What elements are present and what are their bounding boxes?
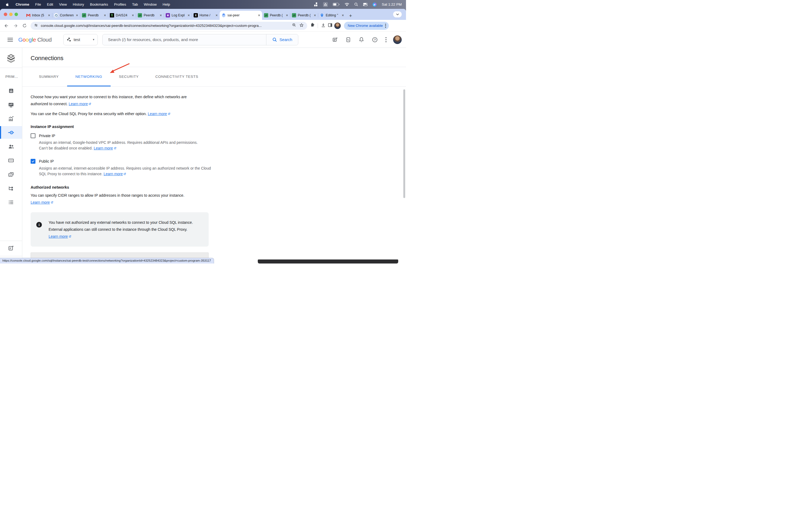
menubar-app-icon[interactable] [323, 2, 328, 7]
browser-menu-icon[interactable] [385, 24, 386, 28]
tab-close-icon[interactable]: × [104, 13, 106, 17]
status-url-bar: https://console.cloud.google.com/sql/ins… [0, 258, 214, 264]
help-icon[interactable]: ? [372, 37, 378, 43]
download-icon[interactable] [321, 22, 326, 29]
gcp-search-button[interactable]: Search [266, 37, 298, 42]
browser-tab-editing[interactable]: Editing " × [318, 11, 346, 20]
sidebar-item-query-insights[interactable] [0, 112, 22, 125]
public-ip-row: Public IP [31, 159, 406, 164]
menubar-app-chrome[interactable]: Chrome [13, 2, 32, 6]
gcp-search-input[interactable] [103, 37, 266, 42]
menubar-file[interactable]: File [32, 2, 44, 6]
sidebar-item-connections[interactable] [0, 126, 22, 139]
menubar-window[interactable]: Window [141, 2, 160, 6]
public-ip-checkbox[interactable] [31, 159, 35, 164]
browser-tab-conference[interactable]: Conferen × [52, 11, 80, 20]
stage-manager-icon[interactable] [314, 2, 318, 6]
project-picker[interactable]: test ▾ [63, 34, 98, 45]
url-text[interactable]: console.cloud.google.com/sql/instances/s… [41, 24, 289, 28]
account-avatar[interactable] [393, 35, 402, 44]
tab-close-icon[interactable]: × [314, 13, 316, 17]
tab-close-icon[interactable]: × [160, 13, 162, 17]
browser-tab-log-explorer[interactable]: Log Expl × [164, 11, 192, 20]
learn-more-link[interactable]: Learn more [31, 200, 54, 205]
cloud-shell-icon[interactable] [346, 37, 351, 43]
google-cloud-logo[interactable]: GoogleCloud [18, 36, 52, 43]
minimize-window-button[interactable] [9, 13, 13, 16]
tab-close-icon[interactable]: × [342, 13, 344, 17]
gcp-search-bar[interactable]: Search [102, 34, 298, 45]
browser-profile-avatar[interactable] [334, 22, 341, 29]
tab-close-icon[interactable]: × [258, 13, 260, 17]
zoom-icon[interactable] [292, 23, 296, 28]
browser-tab-x-home[interactable]: X Home / × [192, 11, 220, 20]
release-notes-icon[interactable] [332, 37, 338, 43]
apple-menu-icon[interactable] [5, 2, 10, 7]
site-settings-icon[interactable] [34, 23, 38, 28]
menubar-history[interactable]: History [70, 2, 87, 6]
learn-more-link[interactable]: Learn more [48, 234, 71, 239]
browser-tab-peerdb-4[interactable]: Peerdb ( × [290, 11, 318, 20]
tab-connectivity-tests[interactable]: CONNECTIVITY TESTS [147, 67, 207, 86]
battery-icon[interactable] [333, 3, 340, 6]
sidebar-item-databases[interactable] [0, 154, 22, 167]
new-tab-button[interactable]: + [346, 13, 355, 20]
browser-tab-active-cloud-sql[interactable]: sai-peer × [220, 11, 262, 20]
tab-close-icon[interactable]: × [132, 13, 134, 17]
tab-summary[interactable]: SUMMARY [31, 67, 67, 86]
menubar-edit[interactable]: Edit [44, 2, 56, 6]
side-panel-icon[interactable] [328, 22, 333, 29]
tab-close-icon[interactable]: × [76, 13, 78, 17]
sidebar-item-release-notes[interactable] [0, 242, 22, 254]
menubar-help[interactable]: Help [160, 2, 173, 6]
menubar-profiles[interactable]: Profiles [111, 2, 129, 6]
siri-icon[interactable] [373, 2, 377, 7]
close-window-button[interactable] [4, 13, 7, 16]
learn-more-link[interactable]: Learn more [94, 146, 117, 150]
learn-more-link[interactable]: Learn more [69, 102, 91, 106]
wifi-icon[interactable] [345, 3, 349, 6]
address-bar[interactable]: console.cloud.google.com/sql/instances/s… [31, 22, 307, 30]
browser-tab-peerdb-3[interactable]: Peerdb ( × [262, 11, 290, 20]
private-ip-checkbox[interactable] [31, 133, 35, 138]
zoom-window-button[interactable] [14, 13, 18, 16]
extensions-icon[interactable] [310, 22, 315, 29]
tab-close-icon[interactable]: × [48, 13, 50, 17]
forward-icon[interactable] [13, 23, 18, 28]
sidebar-item-backups[interactable] [0, 168, 22, 181]
tab-close-icon[interactable]: × [216, 13, 218, 17]
menubar-clock[interactable]: Sat 1:22 PM [382, 2, 402, 6]
notifications-bell-icon[interactable] [359, 37, 364, 43]
sidebar-item-overview[interactable] [0, 85, 22, 97]
control-center-icon[interactable] [363, 3, 367, 6]
browser-tab-dais[interactable]: DAIS DAIS24 × [108, 11, 136, 20]
menubar-bookmarks[interactable]: Bookmarks [87, 2, 111, 6]
new-chrome-available-button[interactable]: New Chrome available [344, 22, 389, 30]
sidebar-item-users[interactable] [0, 140, 22, 153]
tab-security[interactable]: SECURITY [111, 67, 147, 86]
browser-tab-peerdb-1[interactable]: Peerdb × [80, 11, 108, 20]
browser-tab-peerdb-2[interactable]: Peerdb × [136, 11, 164, 20]
menubar-tab[interactable]: Tab [129, 2, 141, 6]
sidebar-item-replicas[interactable] [0, 182, 22, 195]
tab-close-icon[interactable]: × [188, 13, 190, 17]
scrollbar-thumb[interactable] [403, 89, 405, 198]
menubar-view[interactable]: View [56, 2, 70, 6]
tab-close-icon[interactable]: × [286, 13, 288, 17]
tab-networking[interactable]: NETWORKING [67, 67, 111, 86]
learn-more-link[interactable]: Learn more [104, 172, 127, 176]
reload-icon[interactable] [22, 23, 27, 28]
dais-favicon: DAIS [110, 13, 114, 17]
sidebar-item-operations[interactable] [0, 196, 22, 209]
learn-more-link[interactable]: Learn more [148, 111, 171, 116]
browser-tab-gmail[interactable]: Inbox (5 × [24, 11, 52, 20]
sidebar-item-system-insights[interactable] [0, 99, 22, 111]
spotlight-search-icon[interactable] [354, 2, 358, 6]
more-options-icon[interactable] [385, 37, 387, 42]
back-icon[interactable] [4, 23, 9, 28]
bookmark-star-icon[interactable] [299, 23, 304, 29]
public-ip-label: Public IP [39, 159, 54, 163]
tab-search-button[interactable] [393, 11, 402, 17]
intro-text: Choose how you want your source to conne… [31, 95, 187, 106]
hamburger-menu-icon[interactable] [8, 38, 13, 42]
